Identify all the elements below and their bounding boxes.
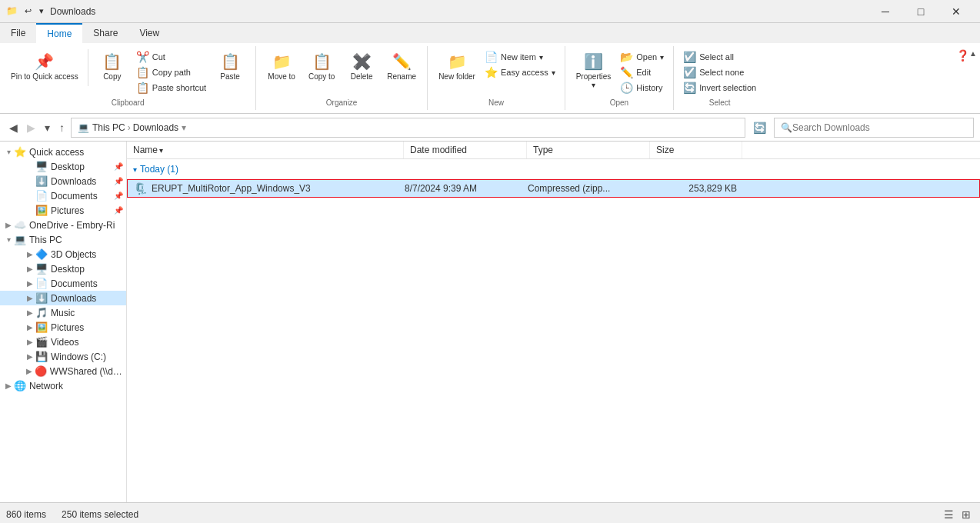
- ribbon-tabs: File Home Share View: [0, 23, 980, 43]
- file-date-cell: 8/7/2024 9:39 AM: [405, 183, 528, 194]
- refresh-button[interactable]: 🔄: [748, 120, 771, 135]
- open-label: Open: [572, 95, 668, 107]
- view-buttons: ☰ ⊞: [941, 507, 974, 522]
- nav-item-3d-objects[interactable]: ▶ 🔷 3D Objects: [0, 247, 126, 262]
- copy-button[interactable]: 📋 Copy: [93, 49, 132, 92]
- copy-path-button[interactable]: 📋 Copy path: [133, 65, 194, 80]
- forward-button[interactable]: ▶: [24, 118, 38, 137]
- back-button[interactable]: ◀: [6, 118, 21, 137]
- nav-item-quick-access[interactable]: ▾ ⭐ Quick access: [0, 145, 126, 159]
- invert-selection-button[interactable]: 🔄 Invert selection: [680, 80, 759, 95]
- open-button[interactable]: 📂 Open ▾: [617, 49, 667, 65]
- expand-network-icon: ▶: [3, 381, 14, 390]
- group-header-today[interactable]: ▾ Today (1): [127, 159, 980, 179]
- nav-item-videos[interactable]: ▶ 🎬 Videos: [0, 335, 126, 349]
- ribbon: 📌 Pin to Quick access 📋 Copy ✂️ Cut 📋 Co…: [0, 43, 980, 114]
- paste-shortcut-button[interactable]: 📋 Paste shortcut: [133, 80, 209, 95]
- search-input[interactable]: [792, 122, 967, 133]
- file-size-cell: 253,829 KB: [651, 183, 743, 194]
- nav-item-pictures-pc[interactable]: ▶ 🖼️ Pictures: [0, 320, 126, 335]
- rename-button[interactable]: ✏️ Rename: [382, 49, 421, 92]
- details-view-button[interactable]: ☰: [941, 507, 957, 522]
- nav-item-documents-qa[interactable]: 📄 Documents 📌: [0, 188, 126, 203]
- tab-home[interactable]: Home: [36, 23, 82, 43]
- nav-item-documents-pc[interactable]: ▶ 📄 Documents: [0, 276, 126, 291]
- nav-item-onedrive[interactable]: ▶ ☁️ OneDrive - Embry-Ri: [0, 218, 126, 232]
- expand-quick-access-icon: ▾: [3, 148, 14, 156]
- ribbon-collapse-button[interactable]: ▲: [969, 49, 977, 58]
- network-icon: 🌐: [14, 380, 26, 391]
- maximize-button[interactable]: □: [903, 0, 938, 23]
- ribbon-right: ❓ ▲: [953, 46, 980, 110]
- nav-item-wwshared[interactable]: ▶ 🔴 WWShared (\\dbfsv: [0, 364, 126, 378]
- edit-button[interactable]: ✏️ Edit: [617, 65, 667, 80]
- address-path[interactable]: 💻 This PC › Downloads ▾: [71, 118, 745, 138]
- new-item-button[interactable]: 📄 New item ▾: [482, 49, 558, 65]
- videos-icon: 🎬: [35, 336, 48, 348]
- ribbon-group-new: 📁 New folder 📄 New item ▾ ⭐ Easy access …: [428, 46, 565, 110]
- select-items: ☑️ Select all ☑️ Select none 🔄 Invert se…: [680, 49, 759, 95]
- pin-to-quick-access-button[interactable]: 📌 Pin to Quick access: [6, 49, 83, 92]
- table-row[interactable]: 🗜️ ERUPT_MultiRotor_App_Windows_V3 8/7/2…: [127, 179, 980, 198]
- nav-item-desktop-qa[interactable]: 🖥️ Desktop 📌: [0, 159, 126, 174]
- tiles-view-button[interactable]: ⊞: [958, 507, 974, 522]
- select-all-button[interactable]: ☑️ Select all: [680, 49, 759, 65]
- col-header-date[interactable]: Date modified: [404, 142, 527, 158]
- main-content: ▾ ⭐ Quick access 🖥️ Desktop 📌 ⬇️ Downloa…: [0, 142, 980, 502]
- tab-share[interactable]: Share: [82, 24, 128, 42]
- clipboard-items: 📌 Pin to Quick access 📋 Copy ✂️ Cut 📋 Co…: [6, 49, 249, 95]
- cut-button[interactable]: ✂️ Cut: [133, 49, 168, 65]
- title-bar-folder-icon: 📁: [6, 5, 18, 18]
- onedrive-icon: ☁️: [14, 219, 26, 231]
- delete-button[interactable]: ✖️ Delete: [342, 49, 381, 92]
- col-header-size[interactable]: Size: [650, 142, 742, 158]
- help-button[interactable]: ❓: [956, 49, 969, 62]
- col-header-type[interactable]: Type: [527, 142, 650, 158]
- nav-item-downloads-qa[interactable]: ⬇️ Downloads 📌: [0, 174, 126, 188]
- title-bar-left: 📁 ↩ ▾ Downloads: [6, 5, 95, 18]
- open-right-group: 📂 Open ▾ ✏️ Edit 🕒 History: [617, 49, 667, 95]
- quick-access-undo-btn[interactable]: ↩: [22, 5, 35, 18]
- select-none-button[interactable]: ☑️ Select none: [680, 65, 759, 80]
- nav-item-windows-c[interactable]: ▶ 💾 Windows (C:): [0, 349, 126, 364]
- new-folder-button[interactable]: 📁 New folder: [434, 49, 480, 92]
- nav-item-music[interactable]: ▶ 🎵 Music: [0, 305, 126, 320]
- history-icon: 🕒: [620, 82, 633, 94]
- wwshared-icon: 🔴: [35, 365, 47, 377]
- path-dropdown-icon[interactable]: ▾: [182, 122, 186, 133]
- easy-access-button[interactable]: ⭐ Easy access ▾: [482, 65, 558, 80]
- nav-item-desktop-pc[interactable]: ▶ 🖥️ Desktop: [0, 262, 126, 276]
- tab-view[interactable]: View: [128, 24, 170, 42]
- nav-item-downloads-pc[interactable]: ▶ ⬇️ Downloads: [0, 291, 126, 305]
- minimize-button[interactable]: ─: [868, 0, 903, 23]
- window-title: Downloads: [50, 6, 95, 17]
- history-button[interactable]: 🕒 History: [617, 80, 667, 95]
- copy-to-button[interactable]: 📋 Copy to: [302, 49, 341, 92]
- close-button[interactable]: ✕: [938, 0, 974, 23]
- paste-button[interactable]: 📋 Paste: [211, 49, 249, 92]
- quick-access-toolbar: ↩ ▾: [22, 5, 47, 18]
- properties-button[interactable]: ℹ️ Properties ▾: [572, 49, 616, 92]
- move-to-button[interactable]: 📁 Move to: [262, 49, 301, 92]
- nav-item-this-pc[interactable]: ▾ 💻 This PC: [0, 232, 126, 247]
- recent-locations-button[interactable]: ▾: [42, 118, 53, 137]
- select-all-icon: ☑️: [683, 51, 696, 63]
- downloads-pc-icon: ⬇️: [35, 292, 48, 304]
- quick-access-dropdown-btn[interactable]: ▾: [36, 5, 47, 18]
- nav-item-network[interactable]: ▶ 🌐 Network: [0, 378, 126, 393]
- col-header-name[interactable]: Name ▾: [127, 142, 404, 158]
- select-label: Select: [680, 95, 759, 107]
- up-button[interactable]: ↑: [56, 118, 68, 137]
- desktop-pc-icon: 🖥️: [35, 263, 48, 275]
- pin-icon: 📌: [35, 52, 54, 71]
- new-item-icon: 📄: [485, 51, 498, 63]
- desktop-qa-icon: 🖥️: [35, 161, 48, 172]
- tab-file[interactable]: File: [0, 24, 36, 42]
- nav-item-pictures-qa[interactable]: 🖼️ Pictures 📌: [0, 203, 126, 218]
- path-this-pc[interactable]: This PC: [92, 122, 125, 133]
- zip-file-icon: 🗜️: [134, 182, 147, 195]
- pin-indicator-pictures: 📌: [114, 206, 123, 215]
- copy-path-icon: 📋: [136, 66, 149, 78]
- path-downloads[interactable]: Downloads: [133, 122, 178, 133]
- organize-label: Organize: [262, 95, 421, 107]
